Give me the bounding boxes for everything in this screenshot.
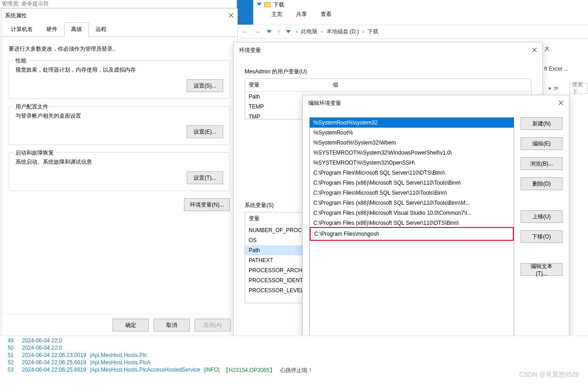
- ribbon-home[interactable]: 主页: [271, 10, 282, 18]
- performance-desc: 视觉效果，处理器计划，内存使用，以及虚拟内存: [15, 66, 223, 74]
- cancel-button[interactable]: 取消: [153, 319, 190, 331]
- list-item[interactable]: C:\Program Files (x86)\Microsoft SQL Ser…: [310, 218, 514, 228]
- startup-title: 启动和故障恢复: [14, 149, 56, 157]
- startup-desc: 系统启动、系统故障和调试信息: [15, 158, 223, 166]
- tab-remote[interactable]: 远程: [89, 22, 113, 36]
- sysprops-tabs: 计算机名 硬件 高级 远程: [1, 22, 237, 37]
- chevron-right-icon: ›: [321, 29, 322, 34]
- edit-text-button[interactable]: 编辑文本(T)...: [521, 263, 562, 276]
- list-item[interactable]: C:\Program Files\Microsoft SQL Server\11…: [310, 188, 514, 198]
- ok-button[interactable]: 确定: [112, 319, 149, 331]
- log-line: 492024-06-04 22:0: [0, 337, 588, 344]
- envdlg-title: 环境变量: [239, 47, 261, 54]
- list-item[interactable]: %SystemRoot%\System32\Wbem: [310, 138, 514, 148]
- log-line: 512024-06-04 22:06.23.0019|Api.MesHost.H…: [0, 352, 588, 359]
- ribbon-view[interactable]: 查看: [321, 10, 332, 18]
- admin-notice: 要进行大多数更改，你必须作为管理员登录。: [9, 45, 230, 53]
- list-item[interactable]: %SystemRoot%\system32: [310, 118, 514, 128]
- user-profiles-title: 用户配置文件: [14, 103, 50, 111]
- log-line: 522024-06-04 22:06:25.6619|Api.MesHost.H…: [0, 359, 588, 366]
- watermark: CSDN @哥屋恩0528: [519, 371, 579, 379]
- list-item[interactable]: %SYSTEMROOT%\System32\WindowsPowerShell\…: [310, 148, 514, 158]
- user-profiles-settings-button[interactable]: 设置(E)...: [187, 125, 223, 138]
- crumb-downloads[interactable]: 下载: [368, 28, 378, 36]
- size-header: 大: [542, 39, 588, 59]
- list-item[interactable]: C:\Program Files\Microsoft SQL Server\11…: [310, 168, 514, 178]
- list-item-highlighted[interactable]: C:\Program Files\mongosh: [310, 227, 514, 241]
- log-line: 502024-06-04 22:0: [0, 344, 588, 352]
- arrow-down-icon: [257, 3, 261, 6]
- ribbon-share[interactable]: 共享: [296, 10, 307, 18]
- apply-button[interactable]: 应用(A): [194, 319, 231, 331]
- close-icon[interactable]: [559, 101, 563, 105]
- col-variable[interactable]: 变量: [245, 79, 329, 91]
- delete-button[interactable]: 删除(D): [521, 177, 562, 190]
- list-item[interactable]: C:\Program Files (x86)\Microsoft SQL Ser…: [310, 198, 514, 208]
- file-tab-strip[interactable]: [237, 0, 253, 25]
- log-line: 532024-06-04 22:06:25.6619|Api.MesHost.H…: [0, 366, 588, 375]
- cmd-title-bar: 管理员: 命令提示符: [0, 0, 237, 8]
- user-profiles-group: 用户配置文件 与登录帐户相关的桌面设置 设置(E)...: [9, 106, 230, 145]
- new-button[interactable]: 新建(N): [521, 117, 562, 130]
- tab-hardware[interactable]: 硬件: [40, 22, 64, 36]
- col-value[interactable]: 值: [329, 79, 531, 91]
- close-icon[interactable]: [532, 48, 537, 52]
- editdlg-title: 编辑环境变量: [308, 99, 341, 107]
- sysprops-title: 系统属性: [5, 12, 27, 20]
- excel-file-hint: ft Excel ...: [542, 59, 588, 78]
- chevron-right-icon: ›: [296, 29, 297, 34]
- list-item[interactable]: C:\Program Files (x86)\Microsoft Visual …: [310, 208, 514, 218]
- back-icon[interactable]: ←: [241, 28, 249, 36]
- chevron-right-icon: ›: [363, 29, 364, 34]
- environment-variables-button[interactable]: 环境变量(N)...: [184, 198, 230, 211]
- arrow-down-icon: [286, 30, 291, 33]
- close-icon[interactable]: [229, 13, 234, 18]
- list-item[interactable]: %SystemRoot%: [310, 128, 514, 138]
- edit-button[interactable]: 编辑(E): [521, 137, 562, 150]
- performance-title: 性能: [14, 57, 28, 65]
- up-icon[interactable]: ↑: [277, 28, 281, 36]
- explorer-top: 下载 主页 共享 查看: [237, 0, 588, 25]
- list-item[interactable]: C:\Program Files (x86)\Microsoft SQL Ser…: [310, 178, 514, 188]
- performance-group: 性能 视觉效果，处理器计划，内存使用，以及虚拟内存 设置(S)...: [9, 60, 230, 99]
- startup-recovery-group: 启动和故障恢复 系统启动、系统故障和调试信息 设置(T)...: [9, 152, 230, 191]
- move-up-button[interactable]: 上移(U): [521, 210, 562, 223]
- explorer-address-bar[interactable]: ← → ↑ › 此电脑 › 本地磁盘 (D:) › 下载: [237, 25, 588, 39]
- recent-icon[interactable]: [267, 30, 271, 33]
- tab-advanced[interactable]: 高级: [64, 22, 89, 37]
- log-output: 492024-06-04 22:0 502024-06-04 22:0 5120…: [0, 336, 588, 388]
- crumb-pc[interactable]: 此电脑: [301, 28, 317, 36]
- move-down-button[interactable]: 下移(O): [521, 230, 562, 243]
- user-vars-label: MesAdmin 的用户变量(U): [234, 58, 542, 78]
- forward-icon[interactable]: →: [254, 28, 261, 36]
- tab-computer-name[interactable]: 计算机名: [4, 22, 40, 36]
- startup-settings-button[interactable]: 设置(T)...: [187, 171, 223, 184]
- performance-settings-button[interactable]: 设置(S)...: [187, 79, 223, 92]
- path-list[interactable]: %SystemRoot%\system32 %SystemRoot% %Syst…: [309, 117, 514, 341]
- crumb-disk[interactable]: 本地磁盘 (D:): [327, 28, 359, 36]
- browse-button[interactable]: 浏览(B)...: [521, 157, 562, 170]
- user-profiles-desc: 与登录帐户相关的桌面设置: [15, 112, 223, 120]
- system-properties-dialog: 系统属性 计算机名 硬件 高级 远程 要进行大多数更改，你必须作为管理员登录。 …: [1, 8, 238, 336]
- list-item[interactable]: %SYSTEMROOT%\System32\OpenSSH\: [310, 158, 514, 168]
